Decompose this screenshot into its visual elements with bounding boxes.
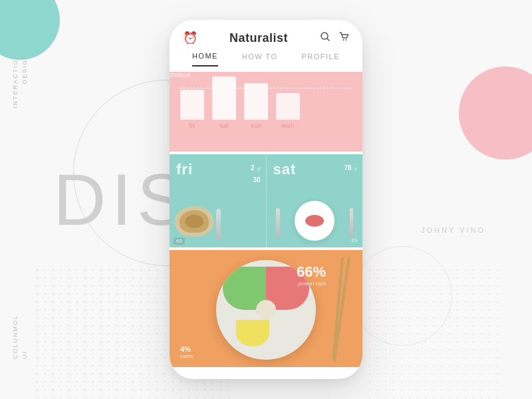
- vertical-label-interaction: INTERACTION: [12, 53, 19, 108]
- tab-home[interactable]: HOME: [192, 52, 218, 66]
- chart-bars: fri sat sun mon: [180, 82, 352, 129]
- calorie-chart-card: 200kcal fri sat sun: [170, 72, 362, 152]
- svg-point-2: [343, 39, 344, 41]
- plate-yellow-section: [236, 320, 269, 346]
- teal-circle-decoration: [0, 0, 60, 60]
- navigation-tabs: HOME HOW TO PROFILE: [170, 45, 362, 66]
- vertical-label-colunmol: COLUNMOL: [12, 315, 19, 359]
- svg-line-1: [327, 38, 330, 41]
- bar-fri: [180, 90, 204, 120]
- orange-protein-label: protein carb: [297, 281, 326, 287]
- chart-bar-sat: sat: [212, 76, 236, 129]
- fri-stat1-value: 2: [251, 164, 255, 172]
- fri-bowl: [175, 206, 213, 237]
- fri-stat3: 60: [174, 237, 185, 245]
- fork-icon: [276, 208, 280, 238]
- sat-card: sat 78 k 23: [266, 154, 363, 247]
- spoon: [216, 209, 221, 241]
- chart-bar-fri: fri: [180, 90, 204, 129]
- clock-icon: ⏰: [183, 31, 198, 45]
- phone-content: 200kcal fri sat sun: [170, 66, 362, 367]
- chart-dashed-line: [180, 88, 352, 88]
- vertical-label-design: DESIGN: [21, 53, 28, 84]
- sat-day-label: sat: [273, 161, 356, 178]
- fri-day-label: fri: [176, 161, 259, 178]
- orange-right-stats: 66% protein carb: [297, 263, 326, 287]
- fri-stat1-unit: g: [257, 166, 260, 172]
- tab-howto[interactable]: HOW TO: [242, 53, 278, 66]
- tab-profile[interactable]: PROFILE: [301, 53, 340, 66]
- sat-stat1-unit: k: [354, 166, 357, 172]
- orange-bowl-card: 4% carbs 66% protein carb: [170, 250, 362, 367]
- bowl-content: [185, 215, 203, 228]
- header-left: ⏰: [183, 31, 198, 45]
- fri-stat2-value: 38: [253, 176, 260, 184]
- sat-bottom-right: 23: [351, 237, 357, 243]
- fri-stats: 2 g 38: [251, 161, 260, 185]
- app-title: Naturalist: [229, 31, 288, 45]
- bar-sun: [244, 83, 268, 120]
- fri-card: fri 2 g 38: [170, 154, 266, 247]
- header-right: [320, 31, 349, 45]
- bar-label-sat: sat: [219, 122, 229, 129]
- chart-bar-mon: mon: [276, 93, 300, 129]
- knife-icon: [350, 208, 353, 238]
- plate-center: [256, 300, 276, 320]
- bowl-fill: [180, 210, 209, 233]
- bar-sat: [212, 76, 236, 120]
- bar-label-fri: fri: [190, 122, 196, 129]
- chart-bar-sun: sun: [244, 83, 268, 129]
- cart-icon[interactable]: [338, 31, 349, 45]
- pink-circle-decoration: [459, 66, 532, 160]
- orange-carbs-label: carbs: [180, 353, 194, 359]
- orange-carbs-value: 4%: [180, 345, 194, 353]
- plate-food: [305, 215, 324, 227]
- sat-stats: 78 k: [344, 161, 357, 173]
- bar-label-mon: mon: [281, 122, 294, 129]
- johny-vino-label: JOHNY VINO: [421, 226, 485, 234]
- search-icon[interactable]: [320, 31, 331, 45]
- svg-point-3: [346, 39, 347, 41]
- food-day-row: fri 2 g 38: [170, 154, 362, 247]
- dot-pattern-right: [366, 266, 499, 399]
- orange-left-stats: 4% carbs: [180, 345, 194, 359]
- orange-protein-value: 66%: [297, 263, 326, 281]
- phone-mockup: ⏰ Naturalist HOME HOW TO PROFILE: [170, 20, 362, 379]
- sat-stat1-value: 78: [344, 164, 351, 172]
- app-header: ⏰ Naturalist: [170, 20, 362, 45]
- vertical-label-ui: UI: [21, 350, 28, 359]
- calorie-label: 200kcal: [170, 72, 190, 78]
- fri-bottom-stats: 60: [174, 237, 185, 245]
- sat-plate: [295, 201, 334, 241]
- bar-mon: [276, 93, 300, 120]
- bar-label-sun: sun: [251, 122, 261, 129]
